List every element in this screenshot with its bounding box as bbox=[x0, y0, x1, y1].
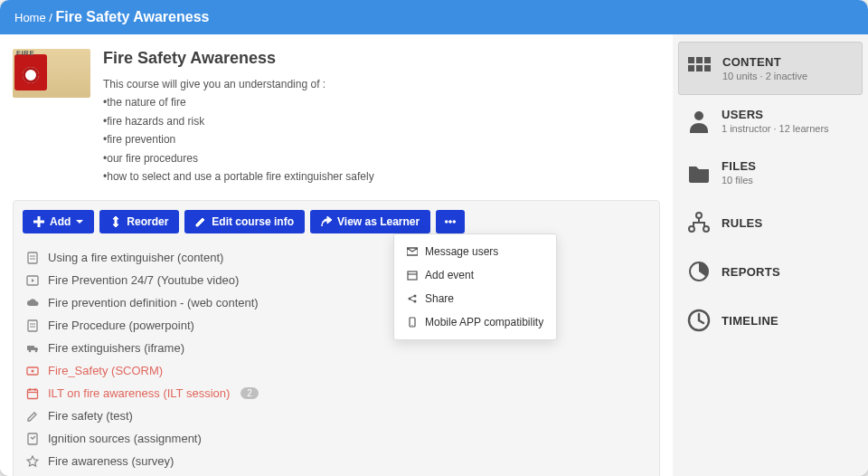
sidebar-item-reports[interactable]: REPORTS bbox=[678, 247, 863, 296]
sidebar-item-label: FILES bbox=[722, 159, 756, 173]
folder-icon bbox=[687, 161, 711, 185]
content-item-label: Using a fire extinguisher (content) bbox=[48, 251, 223, 264]
dropdown-item-share[interactable]: Share bbox=[394, 287, 556, 310]
content-panel: Add Reorder Edit course info View as Lea… bbox=[13, 200, 660, 476]
svg-rect-3 bbox=[408, 271, 417, 280]
share-icon bbox=[407, 293, 418, 304]
content-item[interactable]: Fire safety (test) bbox=[23, 405, 650, 427]
more-actions-dropdown: Message users Add event Share Mobile APP… bbox=[393, 233, 557, 340]
chevron-down-icon bbox=[76, 220, 83, 224]
fire-alarm-label: FIRE bbox=[16, 49, 34, 57]
sidebar-item-label: CONTENT bbox=[722, 55, 807, 69]
doc-icon bbox=[26, 319, 39, 332]
course-description: This course will give you an understandi… bbox=[103, 75, 374, 186]
content-item[interactable]: Fire_Safety (SCORM) bbox=[23, 359, 650, 382]
breadcrumb-home[interactable]: Home bbox=[14, 11, 46, 24]
svg-point-1 bbox=[449, 221, 452, 224]
share-arrow-icon bbox=[321, 216, 332, 227]
sidebar-item-files[interactable]: FILES10 files bbox=[678, 147, 863, 198]
course-thumbnail: FIRE bbox=[13, 49, 90, 98]
ellipsis-icon bbox=[445, 216, 456, 227]
content-item-label: Fire safety (test) bbox=[48, 409, 133, 423]
edit-icon bbox=[26, 410, 39, 423]
content-item-label: Fire_Safety (SCORM) bbox=[48, 364, 163, 377]
svg-point-0 bbox=[446, 221, 448, 224]
plus-icon bbox=[33, 216, 44, 227]
content-item-label: Fire Prevention 24/7 (Youtube video) bbox=[48, 273, 239, 287]
sidebar-item-label: RULES bbox=[722, 216, 763, 230]
edit-course-button[interactable]: Edit course info bbox=[184, 210, 305, 233]
content-item-label: Fire awareness (survey) bbox=[48, 454, 174, 468]
breadcrumb-page: Fire Safety Awareness bbox=[56, 9, 210, 24]
content-item-label: Fire Procedure (powerpoint) bbox=[48, 319, 194, 332]
breadcrumb-sep: / bbox=[49, 11, 55, 24]
course-title: Fire Safety Awareness bbox=[103, 49, 374, 68]
content-item[interactable]: Ignition sources (assignment) bbox=[23, 427, 650, 450]
rules-icon bbox=[687, 211, 711, 234]
breadcrumb-bar: Home / Fire Safety Awareness bbox=[0, 0, 868, 34]
sidebar-item-label: USERS bbox=[722, 108, 829, 121]
more-actions-button[interactable] bbox=[436, 210, 465, 233]
content-item-label: Ignition sources (assignment) bbox=[48, 432, 202, 445]
sidebar-item-users[interactable]: USERS1 instructor · 12 learners bbox=[678, 95, 863, 147]
calendar-icon bbox=[26, 387, 39, 400]
content-item[interactable]: Fire extinguishers (iframe) bbox=[23, 337, 650, 359]
content-item-label: Fire prevention definition - (web conten… bbox=[48, 296, 259, 309]
video-icon bbox=[26, 274, 39, 287]
sidebar: CONTENT10 units · 2 inactiveUSERS1 instr… bbox=[673, 34, 868, 476]
dropdown-item-message-users[interactable]: Message users bbox=[394, 240, 556, 263]
count-badge: 2 bbox=[241, 387, 259, 399]
pencil-icon bbox=[195, 216, 206, 227]
sidebar-item-content[interactable]: CONTENT10 units · 2 inactive bbox=[678, 42, 863, 95]
doc-icon bbox=[26, 252, 39, 264]
svg-point-9 bbox=[411, 325, 412, 326]
course-header: FIRE Fire Safety Awareness This course w… bbox=[13, 49, 660, 186]
sidebar-item-sub: 1 instructor · 12 learners bbox=[722, 123, 829, 134]
truck-icon bbox=[26, 342, 39, 355]
calendar-icon bbox=[407, 270, 418, 281]
reorder-button[interactable]: Reorder bbox=[99, 210, 179, 233]
content-item-label: Fire extinguishers (iframe) bbox=[48, 341, 184, 355]
sidebar-item-label: REPORTS bbox=[722, 265, 780, 279]
content-item-label: ILT on fire awareness (ILT session) bbox=[48, 386, 230, 400]
dropdown-item-mobile-compat[interactable]: Mobile APP compatibility bbox=[394, 310, 556, 334]
sidebar-item-rules[interactable]: RULES bbox=[678, 198, 863, 247]
assign-icon bbox=[26, 433, 39, 445]
scorm-icon bbox=[26, 365, 39, 377]
reports-icon bbox=[687, 260, 711, 283]
clock-icon bbox=[687, 309, 711, 332]
mobile-icon bbox=[407, 317, 418, 328]
cloud-icon bbox=[26, 297, 39, 309]
grid-icon bbox=[688, 57, 712, 81]
content-item[interactable]: Fire awareness (survey) bbox=[23, 450, 650, 472]
user-icon bbox=[687, 109, 711, 133]
toolbar: Add Reorder Edit course info View as Lea… bbox=[23, 210, 650, 233]
dropdown-item-add-event[interactable]: Add event bbox=[394, 263, 556, 287]
sidebar-item-timeline[interactable]: TIMELINE bbox=[678, 296, 863, 345]
view-as-learner-button[interactable]: View as Learner bbox=[310, 210, 430, 233]
reorder-icon bbox=[110, 216, 121, 227]
content-item[interactable]: ILT on fire awareness (ILT session)2 bbox=[23, 382, 650, 405]
sidebar-item-label: TIMELINE bbox=[722, 314, 778, 328]
svg-point-2 bbox=[453, 221, 456, 224]
star-icon bbox=[26, 455, 39, 468]
add-button[interactable]: Add bbox=[23, 210, 94, 233]
sidebar-item-sub: 10 units · 2 inactive bbox=[722, 71, 807, 81]
envelope-icon bbox=[407, 246, 418, 257]
sidebar-item-sub: 10 files bbox=[722, 175, 756, 186]
